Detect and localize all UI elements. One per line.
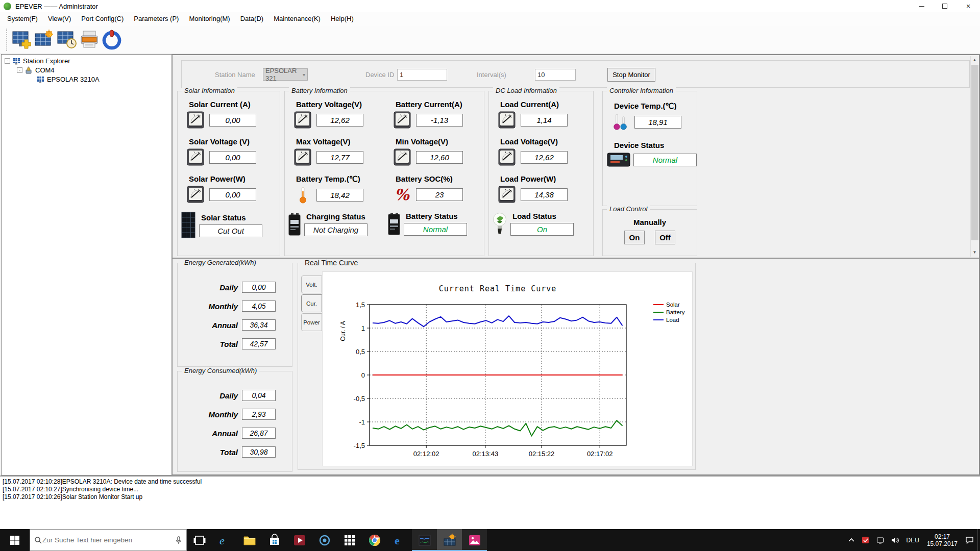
edge-icon[interactable]: e bbox=[387, 529, 412, 551]
battery-current-field: Battery Current(A) -1,13 bbox=[384, 100, 484, 129]
power-exit-icon[interactable] bbox=[101, 28, 123, 52]
solar-line-swatch bbox=[653, 304, 664, 305]
speaker-icon[interactable] bbox=[888, 529, 903, 551]
store-icon[interactable] bbox=[262, 529, 287, 551]
ie-browser-icon[interactable]: e bbox=[212, 529, 237, 551]
energy-consumed-group: Energy Consumed(kWh) Daily 0,04 Monthly … bbox=[177, 371, 292, 472]
scroll-up-icon[interactable]: ▲ bbox=[971, 56, 978, 64]
station-explorer-tree: - Station Explorer - COM4 EPSOLAR 3210A bbox=[1, 54, 172, 475]
titlebar: EPEVER —— Administrator × bbox=[0, 0, 980, 12]
legend-load: Load bbox=[653, 316, 684, 323]
svg-text:⚡: ⚡ bbox=[48, 32, 53, 37]
svg-text:02:13:43: 02:13:43 bbox=[473, 450, 499, 458]
real-time-curve-group: Real Time Curve Volt. Cur. Power Current… bbox=[298, 263, 696, 470]
ec-total-value: 30,98 bbox=[242, 446, 276, 458]
media-player-icon[interactable] bbox=[287, 529, 312, 551]
tab-cur[interactable]: Cur. bbox=[301, 294, 322, 312]
solar-current-field: Solar Current (A) 0,00 bbox=[178, 100, 280, 129]
realtime-current-plot: 1,510,50-0,5-1-1,502:12:0202:13:4302:15:… bbox=[329, 294, 655, 463]
interval-input[interactable] bbox=[535, 69, 576, 81]
menu-parameters[interactable]: Parameters (P) bbox=[129, 12, 184, 26]
menu-port-config[interactable]: Port Config(C) bbox=[76, 12, 129, 26]
device-id-label: Device ID bbox=[365, 71, 394, 79]
log-line: [15.07.2017 02:10:27]Synchronising devic… bbox=[3, 486, 977, 493]
load-on-button[interactable]: On bbox=[624, 231, 645, 244]
solar-power-value: 0,00 bbox=[209, 188, 256, 201]
search-input[interactable] bbox=[42, 536, 175, 544]
vertical-scrollbar[interactable]: ▲ ▼ bbox=[970, 56, 978, 257]
load-status-value: On bbox=[510, 223, 574, 236]
device-status-label: Device Status bbox=[614, 141, 697, 149]
tree-item-station-explorer[interactable]: - Station Explorer bbox=[2, 57, 172, 65]
station-name-dropdown[interactable]: EPSOLAR 321 ▾ bbox=[263, 68, 308, 81]
load-off-button[interactable]: Off bbox=[655, 231, 675, 244]
collapse-icon[interactable]: - bbox=[5, 58, 10, 64]
menu-help[interactable]: Help(H) bbox=[326, 12, 359, 26]
tray-app-icon[interactable] bbox=[858, 529, 873, 551]
svg-text:02:17:02: 02:17:02 bbox=[587, 450, 613, 458]
start-button[interactable] bbox=[0, 529, 30, 551]
collapse-icon[interactable]: - bbox=[17, 67, 22, 73]
eg-daily-row: Daily 0,00 bbox=[193, 282, 292, 293]
photos-task-icon[interactable] bbox=[462, 529, 487, 551]
menu-data[interactable]: Data(D) bbox=[235, 12, 269, 26]
solar-power-field: Solar Power(W) 0,00 bbox=[178, 174, 280, 203]
load-current-field: Load Current(A) 1,14 bbox=[489, 100, 593, 129]
tablet-icon[interactable] bbox=[873, 529, 888, 551]
menu-view[interactable]: View(V) bbox=[43, 12, 76, 26]
dc-load-information-group: DC Load Information Load Current(A) 1,14… bbox=[488, 91, 594, 256]
ec-total-row: Total 30,98 bbox=[193, 446, 292, 458]
menu-monitoring[interactable]: Monitoring(M) bbox=[184, 12, 235, 26]
scrollbar-thumb[interactable] bbox=[971, 65, 978, 240]
minimize-button[interactable] bbox=[910, 0, 933, 12]
station-name-label: Station Name bbox=[215, 71, 255, 79]
chart-legend: Solar Battery Load bbox=[653, 300, 684, 323]
charging-status-value: Not Charging bbox=[304, 223, 368, 236]
device-id-input[interactable] bbox=[397, 69, 447, 81]
file-explorer-icon[interactable] bbox=[237, 529, 262, 551]
taskbar-search[interactable] bbox=[30, 529, 187, 551]
solar-panel-icon bbox=[181, 212, 196, 238]
toolbar: ⚡ bbox=[0, 26, 980, 54]
svg-text:-0,5: -0,5 bbox=[354, 395, 365, 403]
close-button[interactable]: × bbox=[957, 0, 980, 12]
legend-solar: Solar bbox=[653, 300, 684, 308]
energy-generated-group: Energy Generated(kWh) Daily 0,00 Monthly… bbox=[177, 263, 292, 367]
print-icon[interactable] bbox=[78, 28, 101, 52]
load-current-value: 1,14 bbox=[521, 114, 568, 127]
stop-monitor-button[interactable]: Stop Monitor bbox=[607, 68, 655, 82]
tray-time: 02:17 bbox=[935, 533, 950, 540]
station-time-icon[interactable] bbox=[56, 28, 78, 52]
cortana-icon[interactable] bbox=[312, 529, 337, 551]
chrome-icon[interactable] bbox=[362, 529, 387, 551]
maximize-button[interactable] bbox=[933, 0, 957, 12]
tree-item-com4[interactable]: - COM4 bbox=[2, 66, 172, 74]
show-desktop-button[interactable] bbox=[977, 529, 980, 551]
station-config-icon[interactable]: ⚡ bbox=[33, 28, 56, 52]
chart-window-task-icon[interactable] bbox=[412, 529, 437, 551]
dual-thermometer-icon bbox=[612, 113, 629, 131]
station-explorer-icon bbox=[12, 57, 21, 65]
solar-status-field: Solar Status Cut Out bbox=[181, 212, 280, 238]
tree-item-epsolar-3210a[interactable]: EPSOLAR 3210A bbox=[2, 75, 172, 84]
language-indicator[interactable]: DEU bbox=[903, 529, 923, 551]
tray-expand-icon[interactable] bbox=[845, 529, 858, 551]
new-station-icon[interactable] bbox=[11, 28, 33, 52]
notification-center-icon[interactable] bbox=[962, 529, 977, 551]
menu-system[interactable]: System(F) bbox=[2, 12, 43, 26]
task-view-icon[interactable] bbox=[187, 529, 212, 551]
battery-status-field: Battery Status Normal bbox=[387, 212, 484, 236]
battery-status-value: Normal bbox=[404, 223, 467, 236]
log-line: [15.07.2017 02:10:28]EPSOLAR 3210A: Devi… bbox=[3, 478, 977, 486]
scroll-down-icon[interactable]: ▼ bbox=[971, 248, 978, 257]
apps-grid-icon[interactable] bbox=[337, 529, 362, 551]
menu-maintenance[interactable]: Maintenance(K) bbox=[268, 12, 326, 26]
svg-text:-1: -1 bbox=[359, 418, 365, 426]
svg-text:e: e bbox=[219, 534, 225, 547]
realtime-monitor-section: Station Name EPSOLAR 321 ▾ Device ID Int… bbox=[173, 55, 979, 259]
taskbar-clock[interactable]: 02:17 15.07.2017 bbox=[923, 529, 962, 551]
tab-volt[interactable]: Volt. bbox=[301, 276, 322, 293]
solar-monitor-task-icon[interactable] bbox=[437, 529, 462, 551]
toolbar-drag-handle bbox=[6, 29, 8, 51]
tab-power[interactable]: Power bbox=[301, 313, 322, 331]
